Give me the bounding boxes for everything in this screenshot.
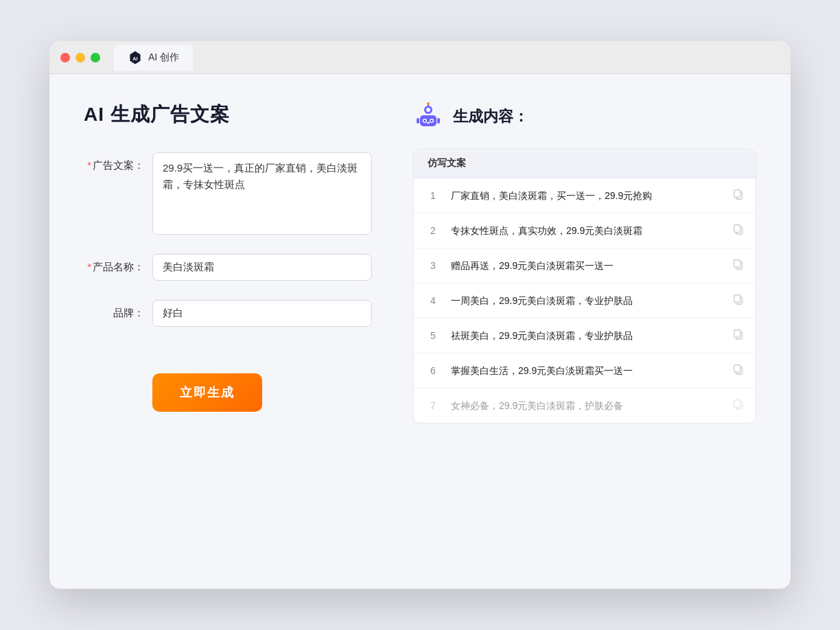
browser-content: AI 生成广告文案 *广告文案： 29.9买一送一，真正的厂家直销，美白淡斑霜，… — [49, 74, 791, 589]
svg-rect-4 — [420, 115, 436, 126]
ad-copy-group: *广告文案： 29.9买一送一，真正的厂家直销，美白淡斑霜，专抹女性斑点 — [84, 152, 372, 235]
row-text: 掌握美白生活，29.9元美白淡斑霜买一送一 — [451, 364, 723, 378]
product-required: * — [87, 261, 91, 272]
svg-point-8 — [431, 120, 433, 122]
table-header: 仿写文案 — [414, 149, 756, 178]
brand-input[interactable]: 好白 — [152, 300, 372, 327]
ad-copy-textarea[interactable]: 29.9买一送一，真正的厂家直销，美白淡斑霜，专抹女性斑点 — [152, 152, 372, 235]
table-row: 3赠品再送，29.9元美白淡斑霜买一送一 — [414, 248, 756, 283]
copy-icon[interactable] — [732, 398, 745, 413]
ad-copy-label: *广告文案： — [84, 152, 152, 172]
product-name-input[interactable]: 美白淡斑霜 — [152, 254, 372, 281]
browser-tab[interactable]: AI AI 创作 — [114, 45, 193, 71]
svg-rect-15 — [734, 190, 740, 198]
browser-window: AI AI 创作 AI 生成广告文案 *广告文案： 29.9买一送一，真正的厂家… — [49, 41, 791, 589]
svg-text:AI: AI — [132, 55, 137, 61]
copy-icon[interactable] — [732, 293, 745, 308]
svg-rect-13 — [437, 118, 440, 124]
robot-icon — [413, 102, 443, 132]
svg-point-11 — [427, 102, 430, 105]
product-name-group: *产品名称： 美白淡斑霜 — [84, 254, 372, 281]
product-name-label: *产品名称： — [84, 254, 152, 274]
table-row: 2专抹女性斑点，真实功效，29.9元美白淡斑霜 — [414, 213, 756, 248]
row-number: 2 — [425, 225, 441, 236]
row-number: 1 — [425, 190, 441, 201]
brand-label: 品牌： — [84, 300, 152, 320]
result-table: 仿写文案 1厂家直销，美白淡斑霜，买一送一，29.9元抢购 2专抹女性斑点，真实… — [413, 148, 756, 423]
svg-rect-19 — [734, 260, 740, 268]
row-number: 3 — [425, 260, 441, 271]
row-text: 祛斑美白，29.9元美白淡斑霜，专业护肤品 — [451, 329, 723, 343]
svg-rect-25 — [734, 365, 740, 373]
svg-rect-21 — [734, 295, 740, 303]
row-text: 一周美白，29.9元美白淡斑霜，专业护肤品 — [451, 294, 723, 308]
copy-icon[interactable] — [732, 188, 745, 203]
row-text: 女神必备，29.9元美白淡斑霜，护肤必备 — [451, 399, 723, 413]
result-header: 生成内容： — [413, 102, 756, 132]
svg-rect-23 — [734, 330, 740, 338]
copy-icon[interactable] — [732, 223, 745, 238]
svg-rect-12 — [417, 118, 419, 124]
left-panel: AI 生成广告文案 *广告文案： 29.9买一送一，真正的厂家直销，美白淡斑霜，… — [84, 102, 372, 555]
row-text: 厂家直销，美白淡斑霜，买一送一，29.9元抢购 — [451, 189, 723, 203]
row-number: 5 — [425, 330, 441, 341]
table-row: 1厂家直销，美白淡斑霜，买一送一，29.9元抢购 — [414, 178, 756, 213]
row-number: 7 — [425, 400, 441, 411]
minimize-button[interactable] — [75, 53, 85, 62]
svg-rect-27 — [734, 400, 740, 408]
browser-titlebar: AI AI 创作 — [49, 41, 791, 74]
brand-group: 品牌： 好白 — [84, 300, 372, 327]
row-text: 专抹女性斑点，真实功效，29.9元美白淡斑霜 — [451, 224, 723, 238]
tab-label: AI 创作 — [148, 51, 179, 64]
svg-rect-17 — [734, 225, 740, 233]
svg-point-3 — [426, 108, 430, 112]
result-rows-container: 1厂家直销，美白淡斑霜，买一送一，29.9元抢购 2专抹女性斑点，真实功效，29… — [414, 178, 756, 423]
table-row: 4一周美白，29.9元美白淡斑霜，专业护肤品 — [414, 283, 756, 318]
copy-icon[interactable] — [732, 363, 745, 378]
svg-point-7 — [424, 120, 426, 122]
result-title: 生成内容： — [453, 106, 528, 127]
generate-button[interactable]: 立即生成 — [152, 373, 262, 412]
svg-rect-9 — [427, 122, 430, 124]
table-row: 6掌握美白生活，29.9元美白淡斑霜买一送一 — [414, 353, 756, 388]
right-panel: 生成内容： 仿写文案 1厂家直销，美白淡斑霜，买一送一，29.9元抢购 2专抹女… — [413, 102, 756, 555]
row-number: 6 — [425, 365, 441, 376]
ai-tab-icon: AI — [128, 50, 143, 65]
maximize-button[interactable] — [91, 53, 100, 62]
table-row: 7女神必备，29.9元美白淡斑霜，护肤必备 — [414, 388, 756, 423]
page-title: AI 生成广告文案 — [84, 102, 372, 128]
table-row: 5祛斑美白，29.9元美白淡斑霜，专业护肤品 — [414, 318, 756, 353]
copy-icon[interactable] — [732, 328, 745, 343]
row-number: 4 — [425, 295, 441, 306]
close-button[interactable] — [60, 53, 70, 62]
copy-icon[interactable] — [732, 258, 745, 273]
ad-copy-required: * — [87, 159, 91, 171]
row-text: 赠品再送，29.9元美白淡斑霜买一送一 — [451, 259, 723, 273]
traffic-lights — [60, 53, 100, 62]
